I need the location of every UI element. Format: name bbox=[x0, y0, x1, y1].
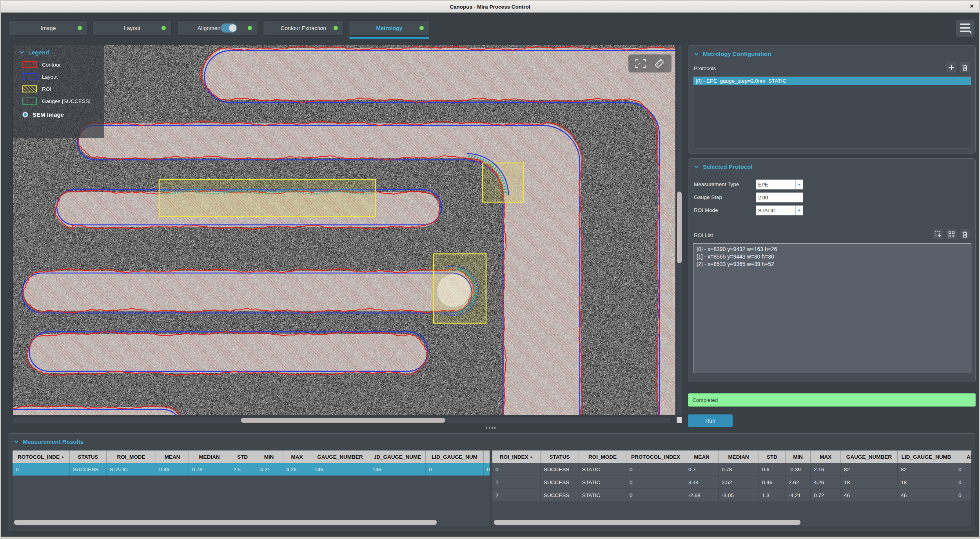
roi-results-table[interactable]: ROI_INDEX▲STATUSROI_MODEPROTOCOL_INDEXME… bbox=[492, 450, 972, 527]
column-header[interactable]: MAX bbox=[283, 450, 311, 463]
roi-list[interactable]: [0] - x=8390 y=9432 w=163 h=26[1] - x=85… bbox=[693, 243, 971, 373]
column-header[interactable]: ROI_MODE bbox=[107, 450, 156, 463]
column-header[interactable]: GAUGE_NUMBER bbox=[311, 450, 369, 463]
column-header[interactable]: A bbox=[484, 450, 490, 463]
window-title: Canopus - Mira Process Control bbox=[450, 4, 530, 10]
scrollbar-thumb[interactable] bbox=[677, 192, 682, 263]
ruler-icon[interactable] bbox=[653, 57, 666, 70]
column-header[interactable]: PROTOCOL_INDEX bbox=[626, 450, 685, 463]
table-cell: 18 bbox=[841, 476, 898, 488]
add-protocol-button[interactable] bbox=[946, 62, 956, 72]
alignment-toggle[interactable] bbox=[221, 24, 237, 33]
sem-image-viewer[interactable]: Legend Contour Layout ROI Gauges [SUCCES… bbox=[13, 45, 676, 415]
chevron-down-icon[interactable] bbox=[795, 180, 803, 189]
status-dot bbox=[334, 26, 338, 30]
delete-protocol-button[interactable] bbox=[960, 62, 970, 72]
sem-image-radio-label: SEM Image bbox=[33, 111, 64, 118]
column-header[interactable]: .ID_GAUGE_NUME bbox=[369, 450, 426, 463]
chevron-down-icon[interactable] bbox=[694, 165, 699, 168]
tab-image[interactable]: Image bbox=[9, 20, 88, 36]
table-cell: 0.78 bbox=[189, 463, 230, 476]
chevron-down-icon[interactable] bbox=[795, 206, 803, 215]
draw-roi-button[interactable] bbox=[933, 229, 943, 239]
chevron-down-icon[interactable] bbox=[14, 440, 19, 443]
hamburger-menu-icon[interactable] bbox=[956, 20, 975, 37]
legend-panel: Legend Contour Layout ROI Gauges [SUCCES… bbox=[13, 45, 104, 138]
column-header[interactable]: ROI_INDEX▲ bbox=[492, 450, 541, 463]
column-header[interactable]: MEAN bbox=[156, 450, 189, 463]
table-horizontal-scrollbar[interactable] bbox=[14, 520, 488, 525]
tab-layout[interactable]: Layout bbox=[93, 20, 172, 36]
list-item[interactable]: [2] - x=8533 y=9365 w=39 h=52 bbox=[697, 260, 968, 268]
column-header[interactable]: STATUS bbox=[70, 450, 107, 463]
table-cell: 82 bbox=[898, 463, 955, 476]
roi-mode-select[interactable]: STATIC bbox=[756, 205, 803, 215]
column-header[interactable]: STATUS bbox=[541, 450, 579, 463]
table-cell: 146 bbox=[311, 463, 369, 476]
scrollbar-thumb[interactable] bbox=[494, 520, 800, 525]
close-icon[interactable]: × bbox=[970, 2, 974, 11]
table-horizontal-scrollbar[interactable] bbox=[494, 520, 970, 525]
splitter-handle[interactable] bbox=[485, 426, 496, 429]
column-header[interactable]: LID_GAUGE_NUM bbox=[426, 450, 484, 463]
protocols-list[interactable]: [0] - EPE gauge_step=2.0nm STATIC bbox=[693, 76, 971, 148]
column-header[interactable]: ROI_MODE bbox=[579, 450, 626, 463]
sem-image-canvas[interactable] bbox=[13, 45, 676, 415]
column-header[interactable]: MIN bbox=[786, 450, 811, 463]
status-bar: Completed bbox=[688, 393, 976, 407]
tab-image-label: Image bbox=[41, 25, 56, 31]
legend-item-gauges: Gauges [SUCCESS] bbox=[22, 98, 104, 105]
delete-roi-button[interactable] bbox=[960, 229, 970, 239]
viewer-horizontal-scrollbar[interactable] bbox=[13, 418, 671, 423]
table-cell: -2.68 bbox=[685, 489, 719, 501]
table-cell: 2.16 bbox=[811, 463, 841, 476]
column-header[interactable]: MEDIAN bbox=[719, 450, 759, 463]
legend-item-contour: Contour bbox=[22, 61, 104, 68]
column-header[interactable]: MIN bbox=[255, 450, 283, 463]
chevron-down-icon[interactable] bbox=[19, 51, 24, 54]
add-roi-grid-button[interactable] bbox=[946, 229, 956, 239]
list-item[interactable]: [0] - x=8390 y=9432 w=163 h=26 bbox=[697, 246, 968, 253]
viewer-vertical-scrollbar[interactable] bbox=[677, 45, 682, 415]
tab-contour-extraction[interactable]: Contour Extraction bbox=[263, 20, 344, 36]
column-header[interactable]: ALID bbox=[955, 450, 972, 463]
measurement-type-select[interactable]: EPE bbox=[756, 179, 803, 190]
protocol-results-table[interactable]: ROTOCOL_INDE▲STATUSROI_MODEMEANMEDIANSTD… bbox=[12, 450, 490, 527]
tab-metrology[interactable]: Metrology bbox=[349, 20, 430, 36]
layout-swatch bbox=[22, 73, 37, 80]
table-cell: 0.6 bbox=[759, 463, 786, 476]
column-header[interactable]: MEAN bbox=[685, 450, 719, 463]
table-cell: 1 bbox=[492, 476, 541, 488]
table-cell: -3.05 bbox=[719, 489, 759, 501]
fit-view-icon[interactable] bbox=[634, 57, 647, 70]
column-header[interactable]: MEDIAN bbox=[189, 450, 230, 463]
toggle-knob bbox=[229, 24, 236, 32]
status-text: Completed bbox=[688, 397, 718, 403]
column-header[interactable]: STD bbox=[230, 450, 255, 463]
column-header[interactable]: MAX bbox=[811, 450, 841, 463]
table-row[interactable]: 2SUCCESSSTATIC0-2.68-3.051.3-4.210.72464… bbox=[492, 489, 971, 502]
title-bar: Canopus - Mira Process Control × bbox=[1, 1, 979, 13]
list-item[interactable]: [0] - EPE gauge_step=2.0nm STATIC bbox=[693, 77, 971, 85]
column-header[interactable]: LID_GAUGE_NUMB bbox=[898, 450, 955, 463]
run-button[interactable]: Run bbox=[688, 414, 733, 427]
chevron-down-icon[interactable] bbox=[694, 52, 699, 56]
tab-alignment[interactable]: Alignment bbox=[177, 20, 258, 36]
table-row[interactable]: 0SUCCESSSTATIC00.70.780.6-0.392.1682820 bbox=[492, 463, 971, 476]
table-row[interactable]: 1SUCCESSSTATIC03.443.520.462.624.2618180 bbox=[492, 476, 971, 489]
status-dot bbox=[78, 26, 82, 30]
column-header[interactable]: GAUGE_NUMBER bbox=[841, 450, 898, 463]
scrollbar-thumb[interactable] bbox=[14, 520, 437, 525]
list-item[interactable]: [1] - x=8565 y=9443 w=30 h=30 bbox=[697, 253, 968, 260]
app-window: Canopus - Mira Process Control × Image L… bbox=[0, 0, 980, 539]
gauge-step-input[interactable]: 2.00 bbox=[756, 192, 803, 203]
column-header[interactable]: STD bbox=[759, 450, 786, 463]
table-row[interactable]: 0SUCCESSSTATIC0.490.782.5-4.214.26146146… bbox=[13, 463, 490, 476]
table-cell: 0 bbox=[955, 476, 972, 488]
roi-mode-label: ROI Mode bbox=[694, 207, 718, 213]
scrollbar-thumb[interactable] bbox=[241, 418, 445, 423]
table-cell: STATIC bbox=[579, 463, 626, 476]
table-cell: 0 bbox=[955, 463, 972, 476]
column-header[interactable]: ROTOCOL_INDE▲ bbox=[13, 450, 70, 463]
sem-image-radio[interactable] bbox=[22, 112, 28, 118]
